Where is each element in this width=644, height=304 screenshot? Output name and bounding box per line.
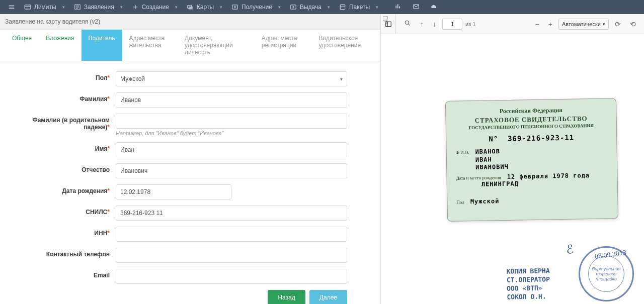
round-stamp: Виртуальная торговая площадка xyxy=(579,246,634,301)
svg-rect-7 xyxy=(189,7,193,10)
firstname-label: Имя* xyxy=(10,142,116,152)
snils-firstname: ИВАН xyxy=(475,155,509,164)
cards-icon xyxy=(187,4,194,11)
tab-general[interactable]: Общее xyxy=(5,30,39,61)
signature-mark: ℰ xyxy=(566,242,574,256)
page-total-label: из 1 xyxy=(465,21,475,27)
bar-chart-icon xyxy=(394,3,401,10)
email-label: Email xyxy=(10,269,116,279)
nav-create[interactable]: Создание ▾ xyxy=(128,2,182,13)
nav-label: Заявления xyxy=(84,4,114,11)
chevron-down-icon: ▾ xyxy=(220,5,222,10)
zoom-out-icon[interactable]: − xyxy=(532,18,542,30)
snils-fio-label: Ф.И.О. xyxy=(456,150,469,155)
gender-select[interactable]: Мужской xyxy=(116,71,347,86)
snils-birthplace: ЛЕНИНГРАД xyxy=(481,178,608,187)
zoom-in-icon[interactable]: + xyxy=(545,18,555,30)
chevron-down-icon: ▾ xyxy=(376,5,378,10)
search-icon[interactable] xyxy=(401,18,414,30)
nav-label: Выдача xyxy=(300,4,321,11)
tab-registration-address[interactable]: Адрес места регистрации xyxy=(255,30,312,61)
snils-input[interactable] xyxy=(116,206,347,221)
tab-driver-license[interactable]: Водительское удостоверение xyxy=(312,30,375,61)
chevron-down-icon: ▾ xyxy=(278,5,281,10)
snils-document: Российская Федерация СТРАХОВОЕ СВИДЕТЕЛЬ… xyxy=(445,98,618,222)
nav-receive[interactable]: Получение ▾ xyxy=(227,2,285,13)
chevron-down-icon: ▾ xyxy=(175,5,178,10)
nav-issue[interactable]: Выдача ▾ xyxy=(286,2,334,13)
zoom-mode-select[interactable]: Автоматически▾ xyxy=(558,19,609,30)
lastname-input[interactable] xyxy=(116,92,347,108)
breadcrumb: Заявление на карту водителя (v2) xyxy=(0,14,380,30)
pdf-canvas[interactable]: Российская Федерация СТРАХОВОЕ СВИДЕТЕЛЬ… xyxy=(381,34,644,304)
svg-point-15 xyxy=(405,21,409,24)
chevron-down-icon: ▾ xyxy=(62,5,65,10)
sidebar-icon xyxy=(385,21,392,28)
chevron-down-icon: ▾ xyxy=(120,5,123,10)
receive-icon xyxy=(231,4,238,11)
phone-input[interactable] xyxy=(116,248,347,263)
tab-driver[interactable]: Водитель xyxy=(82,30,122,61)
prev-page-icon[interactable]: ↑ xyxy=(417,18,427,30)
dob-label: Дата рождения* xyxy=(10,184,116,194)
snils-gender: Мужской xyxy=(470,197,500,205)
snils-dob: 12 февраля 1978 года xyxy=(507,172,590,180)
nav-cards[interactable]: Карты ▾ xyxy=(183,2,226,13)
tab-identity-doc[interactable]: Документ, удостоверяющий личность xyxy=(178,30,255,61)
snils-label: СНИЛС* xyxy=(10,206,116,216)
card-icon xyxy=(24,4,31,11)
svg-line-16 xyxy=(409,24,410,26)
cloud-upload-icon xyxy=(431,3,438,10)
middlename-input[interactable] xyxy=(116,163,347,178)
svg-rect-13 xyxy=(385,22,391,26)
top-navigation: Лимиты ▾ Заявления ▾ Создание ▾ Карты ▾ … xyxy=(0,0,644,14)
nav-cloud-icon[interactable] xyxy=(426,1,443,14)
nav-limits[interactable]: Лимиты ▾ xyxy=(20,2,69,13)
lastname-gen-label: Фамилия (в родительном падеже)* xyxy=(10,114,116,131)
phone-label: Контактный телефон xyxy=(10,248,116,258)
rotate-ccw-icon[interactable]: ⟲ xyxy=(627,18,639,30)
svg-rect-10 xyxy=(340,5,345,9)
next-button[interactable]: Далее xyxy=(309,290,347,304)
email-input[interactable] xyxy=(116,269,347,284)
nav-home-icon[interactable] xyxy=(4,2,19,13)
gender-label: Пол* xyxy=(10,71,116,81)
tabs: Общее Вложения Водитель Адрес места жите… xyxy=(0,30,380,61)
nav-packages[interactable]: Пакеты ▾ xyxy=(335,2,382,13)
nav-applications[interactable]: Заявления ▾ xyxy=(70,2,127,13)
snils-number: N° 369-216-923-11 xyxy=(455,133,607,143)
tab-attachments[interactable]: Вложения xyxy=(39,30,81,61)
chevron-down-icon: ▾ xyxy=(328,5,330,10)
firstname-input[interactable] xyxy=(116,142,347,157)
lastname-label: Фамилия* xyxy=(10,92,116,103)
list-icon xyxy=(74,4,81,11)
form-pane: Заявление на карту водителя (v2) Общее В… xyxy=(0,14,381,304)
nav-label: Создание xyxy=(142,4,169,11)
page-number-input[interactable] xyxy=(442,19,462,30)
issue-icon xyxy=(290,4,297,11)
inn-label: ИНН* xyxy=(10,227,116,237)
envelope-icon xyxy=(413,3,420,10)
nav-label: Получение xyxy=(242,4,272,11)
rotate-cw-icon[interactable]: ⟳ xyxy=(612,18,624,30)
nav-chart-icon[interactable] xyxy=(389,1,407,14)
plus-icon xyxy=(132,4,139,11)
nav-mail-icon[interactable] xyxy=(408,1,425,14)
lastname-gen-input[interactable] xyxy=(116,114,347,129)
form-area: Пол* Мужской Фамилия* Фамилия (в родител… xyxy=(0,61,380,304)
pdf-sidebar-toggle[interactable] xyxy=(381,14,396,34)
lastname-gen-hint: Например, для "Иванов" будет "Иванова" xyxy=(116,130,347,136)
home-icon xyxy=(8,4,15,11)
inn-input[interactable] xyxy=(116,227,347,242)
middlename-label: Отчество xyxy=(10,163,116,173)
snils-middlename: ИВАНОВИЧ xyxy=(475,163,509,172)
tab-residence-address[interactable]: Адрес места жительства xyxy=(122,30,178,61)
dob-input[interactable] xyxy=(116,184,231,199)
copy-valid-stamp: КОПИЯ ВЕРНА СТ.ОПЕРАТОР ООО «ВТП» СОКОЛ … xyxy=(506,267,550,302)
nav-label: Лимиты xyxy=(34,4,56,11)
pdf-toolbar: ↑ ↓ из 1 − + Автоматически▾ ⟳ ⟲ xyxy=(381,14,644,34)
pdf-viewer-pane: ↑ ↓ из 1 − + Автоматически▾ ⟳ ⟲ Российск… xyxy=(381,14,644,304)
back-button[interactable]: Назад xyxy=(268,290,305,304)
next-page-icon[interactable]: ↓ xyxy=(430,18,439,30)
nav-label: Пакеты xyxy=(349,4,370,11)
